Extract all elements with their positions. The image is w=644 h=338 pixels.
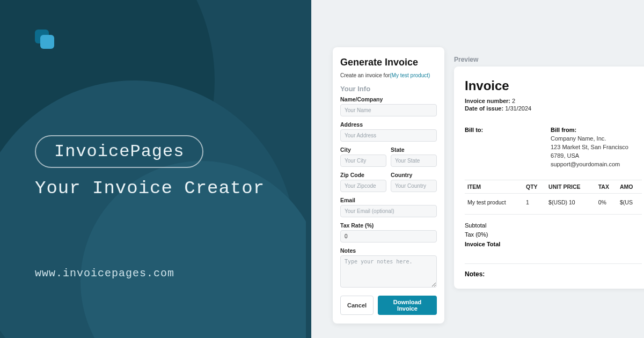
col-item: ITEM xyxy=(465,180,523,193)
invoice-number-value: 2 xyxy=(512,98,515,104)
logo xyxy=(35,30,56,51)
cell-tax: 0% xyxy=(596,193,617,214)
subtotal-line: Subtotal xyxy=(465,221,642,231)
col-tax: TAX xyxy=(596,180,617,193)
table-header-row: ITEM QTY UNIT PRICE TAX AMO xyxy=(465,180,642,193)
form-subtext: Create an invoice for(My test product) xyxy=(340,72,437,78)
cell-item: My test product xyxy=(465,193,523,214)
form-subtext-prefix: Create an invoice for xyxy=(340,72,390,78)
bill-from-address2: 6789, USA xyxy=(551,152,642,160)
invoice-number-line: Invoice number: 2 xyxy=(465,98,642,104)
logo-shape-front xyxy=(40,35,54,49)
product-name-pill: InvoicePages xyxy=(35,135,203,168)
city-input[interactable] xyxy=(340,155,386,167)
invoice-number-label: Invoice number: xyxy=(465,98,510,104)
label-notes: Notes xyxy=(340,247,437,254)
invoice-date-value: 1/31/2024 xyxy=(505,105,531,112)
country-input[interactable] xyxy=(391,180,437,192)
bill-to-label: Bill to: xyxy=(465,127,518,133)
zip-input[interactable] xyxy=(340,180,386,192)
bill-from-email: support@yourdomain.com xyxy=(551,160,642,169)
bill-from-company: Company Name, Inc. xyxy=(551,135,642,143)
label-name: Name/Company xyxy=(340,96,437,102)
col-qty: QTY xyxy=(523,180,546,193)
hero-tagline: Your Invoice Creator xyxy=(35,178,265,199)
invoice-date-label: Date of issue: xyxy=(465,105,503,112)
bill-from-address1: 123 Market St, San Francisco xyxy=(551,143,642,152)
cell-unit-price: $(USD) 10 xyxy=(546,193,596,214)
download-invoice-button[interactable]: Download Invoice xyxy=(378,296,437,315)
section-your-info: Your Info xyxy=(340,85,437,93)
col-unit-price: UNIT PRICE xyxy=(546,180,596,193)
table-row: My test product 1 $(USD) 10 0% $(US xyxy=(465,193,642,214)
preview-notes-label: Notes: xyxy=(465,263,642,278)
line-items-table: ITEM QTY UNIT PRICE TAX AMO My test prod… xyxy=(465,180,642,215)
state-input[interactable] xyxy=(391,155,437,167)
label-state: State xyxy=(391,146,437,153)
invoice-preview: Invoice Invoice number: 2 Date of issue:… xyxy=(454,67,644,289)
tax-rate-input[interactable] xyxy=(340,230,437,243)
totals-block: Subtotal Tax (0%) Invoice Total xyxy=(465,221,642,249)
name-input[interactable] xyxy=(340,104,437,116)
invoice-date-line: Date of issue: 1/31/2024 xyxy=(465,105,642,112)
address-input[interactable] xyxy=(340,129,437,142)
bill-from-label: Bill from: xyxy=(551,127,642,133)
invoice-total-line: Invoice Total xyxy=(465,240,642,249)
bill-from-block: Bill from: Company Name, Inc. 123 Market… xyxy=(551,127,642,169)
generate-invoice-form: Generate Invoice Create an invoice for(M… xyxy=(333,47,444,324)
notes-textarea[interactable] xyxy=(340,255,437,288)
form-heading: Generate Invoice xyxy=(340,57,437,68)
label-zip: Zip Code xyxy=(340,172,386,178)
label-email: Email xyxy=(340,197,437,203)
cell-amount: $(US xyxy=(617,193,642,214)
preview-heading: Invoice xyxy=(465,78,642,93)
label-tax: Tax Rate (%) xyxy=(340,222,437,229)
cell-qty: 1 xyxy=(523,193,546,214)
label-city: City xyxy=(340,146,386,153)
col-amount: AMO xyxy=(617,180,642,193)
hero-url: www.invoicepages.com xyxy=(35,267,174,280)
form-product-link[interactable]: (My test product) xyxy=(390,72,430,78)
label-address: Address xyxy=(340,121,437,128)
bill-to-block: Bill to: xyxy=(465,127,518,169)
cancel-button[interactable]: Cancel xyxy=(340,296,374,315)
tax-total-line: Tax (0%) xyxy=(465,230,642,240)
preview-label: Preview xyxy=(454,56,478,63)
email-input[interactable] xyxy=(340,205,437,217)
label-country: Country xyxy=(391,172,437,178)
